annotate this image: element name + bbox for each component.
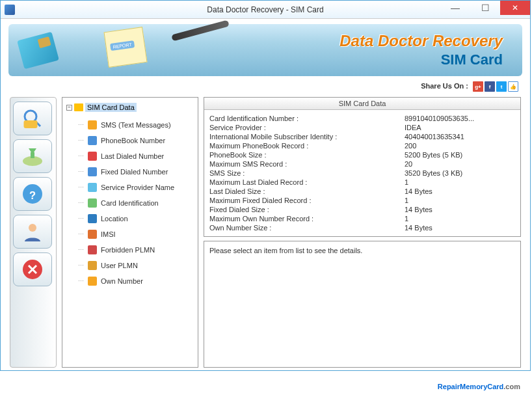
tree-connector-icon: ⋯	[78, 215, 84, 222]
tree-item-label: SMS (Text Messages)	[101, 121, 171, 129]
tree-item-icon	[88, 136, 97, 145]
facebook-icon[interactable]: f	[485, 81, 495, 92]
share-label: Share Us On :	[421, 82, 468, 90]
window-title: Data Doctor Recovery - SIM Card	[207, 5, 323, 14]
collapse-icon[interactable]: −	[66, 105, 72, 111]
table-body: Card Identification Number :899104010905…	[204, 110, 520, 236]
svg-rect-2	[24, 120, 38, 128]
tree-item[interactable]: ⋯SMS (Text Messages)	[77, 117, 195, 133]
row-value: 8991040109053635...	[405, 115, 474, 122]
tree-item-icon	[88, 198, 97, 208]
svg-rect-4	[31, 152, 34, 158]
tree-root-node[interactable]: − SIM Card Data	[65, 102, 195, 113]
help-button[interactable]: ?	[13, 177, 52, 211]
app-icon	[5, 5, 15, 15]
twitter-icon[interactable]: t	[496, 81, 507, 92]
search-sim-button[interactable]	[13, 102, 52, 135]
row-value: 1	[405, 215, 408, 223]
tree-root-label: SIM Card Data	[85, 103, 137, 112]
row-label: Maximum Own Number Record :	[209, 215, 405, 223]
window-controls: — ☐ ✕	[440, 1, 530, 18]
tree-item[interactable]: ⋯Last Dialed Number	[77, 148, 195, 164]
row-value: 14 Bytes	[405, 187, 432, 195]
tree-connector-icon: ⋯	[78, 231, 84, 238]
tree-connector-icon: ⋯	[78, 153, 84, 159]
table-header: SIM Card Data	[204, 98, 520, 110]
tree-item[interactable]: ⋯Own Number	[77, 273, 195, 289]
main-content: ? − SIM Card Data ⋯SMS (Text Messages)⋯P…	[1, 97, 530, 377]
exit-button[interactable]	[13, 252, 52, 286]
google-plus-icon[interactable]: g+	[473, 81, 483, 92]
tree-connector-icon: ⋯	[78, 184, 84, 191]
row-value: IDEA	[405, 124, 421, 131]
tree-item-label: PhoneBook Number	[101, 137, 165, 144]
tree-item-icon	[88, 261, 97, 270]
thumbs-up-icon[interactable]: 👍	[508, 81, 518, 92]
tree-item[interactable]: ⋯PhoneBook Number	[77, 133, 195, 148]
tree-item-icon	[88, 214, 97, 223]
row-value: 404040013635341	[405, 133, 464, 141]
tree-item-icon	[88, 230, 97, 239]
svg-text:?: ?	[29, 189, 36, 201]
application-window: Data Doctor Recovery - SIM Card — ☐ ✕ Da…	[0, 0, 531, 371]
tree-item[interactable]: ⋯Service Provider Name	[77, 180, 195, 195]
tree-item-label: Own Number	[101, 277, 143, 285]
row-value: 1	[405, 178, 408, 186]
table-row: Own Number Size :14 Bytes	[209, 223, 515, 232]
tree-item-icon	[88, 277, 97, 286]
banner-text: Data Doctor Recovery SIM Card	[339, 32, 503, 68]
sim-data-table: SIM Card Data Card Identification Number…	[204, 97, 521, 237]
pen-icon	[171, 20, 230, 42]
tree-connector-icon: ⋯	[78, 122, 84, 128]
row-label: Maximum PhoneBook Record :	[209, 142, 405, 150]
svg-point-7	[29, 224, 36, 232]
table-row: International Mobile Subscriber Identity…	[209, 132, 515, 141]
tree-item[interactable]: ⋯IMSI	[77, 226, 195, 242]
table-row: Maximum PhoneBook Record :200	[209, 141, 515, 150]
tree-item-label: Service Provider Name	[101, 184, 174, 191]
tree-item[interactable]: ⋯User PLMN	[77, 258, 195, 273]
tree-item[interactable]: ⋯Location	[77, 211, 195, 226]
tree-item-icon	[88, 152, 97, 161]
row-label: Maximum Last Dialed Record :	[209, 178, 405, 186]
tree-item-icon	[88, 167, 97, 176]
tree-item[interactable]: ⋯Fixed Dialed Number	[77, 164, 195, 180]
tree-connector-icon: ⋯	[78, 247, 84, 253]
table-row: SMS Size :3520 Bytes (3 KB)	[209, 169, 515, 178]
minimize-button[interactable]: —	[440, 1, 470, 15]
close-button[interactable]: ✕	[500, 1, 530, 15]
table-row: Last Dialed Size :14 Bytes	[209, 187, 515, 196]
banner-graphics	[8, 24, 217, 76]
footer-link[interactable]: RepairMemoryCard.com	[438, 380, 520, 391]
maximize-button[interactable]: ☐	[470, 1, 500, 15]
row-label: Own Number Size :	[209, 224, 405, 232]
tree-children: ⋯SMS (Text Messages)⋯PhoneBook Number⋯La…	[77, 117, 195, 289]
row-label: PhoneBook Size :	[209, 151, 405, 159]
tree-item-label: IMSI	[101, 230, 116, 238]
row-value: 3520 Bytes (3 KB)	[405, 169, 462, 177]
row-label: Service Provider :	[209, 124, 405, 131]
report-icon	[103, 27, 147, 68]
tree-item[interactable]: ⋯Card Identification	[77, 195, 195, 211]
tree-item-icon	[88, 120, 97, 129]
table-row: PhoneBook Size :5200 Bytes (5 KB)	[209, 150, 515, 159]
save-button[interactable]	[13, 139, 52, 173]
tree-panel[interactable]: − SIM Card Data ⋯SMS (Text Messages)⋯Pho…	[62, 97, 198, 368]
details-panel: Please select an item from list to see t…	[204, 241, 521, 368]
tree-item-icon	[88, 245, 97, 254]
tree-item[interactable]: ⋯Forbidden PLMN	[77, 242, 195, 258]
tree-item-label: User PLMN	[101, 262, 138, 269]
tree-item-icon	[88, 183, 97, 192]
titlebar[interactable]: Data Doctor Recovery - SIM Card — ☐ ✕	[1, 1, 530, 19]
row-label: Card Identification Number :	[209, 115, 405, 122]
tree-item-label: Card Identification	[101, 199, 159, 207]
row-label: International Mobile Subscriber Identity…	[209, 133, 405, 141]
tree-connector-icon: ⋯	[78, 200, 84, 206]
header-banner: Data Doctor Recovery SIM Card	[8, 24, 522, 76]
row-value: 1	[405, 197, 408, 204]
brand-name: Data Doctor Recovery	[339, 32, 503, 50]
table-row: Service Provider :IDEA	[209, 123, 515, 132]
user-button[interactable]	[13, 215, 52, 249]
row-value: 14 Bytes	[405, 206, 432, 213]
brand-subtitle: SIM Card	[339, 51, 503, 68]
